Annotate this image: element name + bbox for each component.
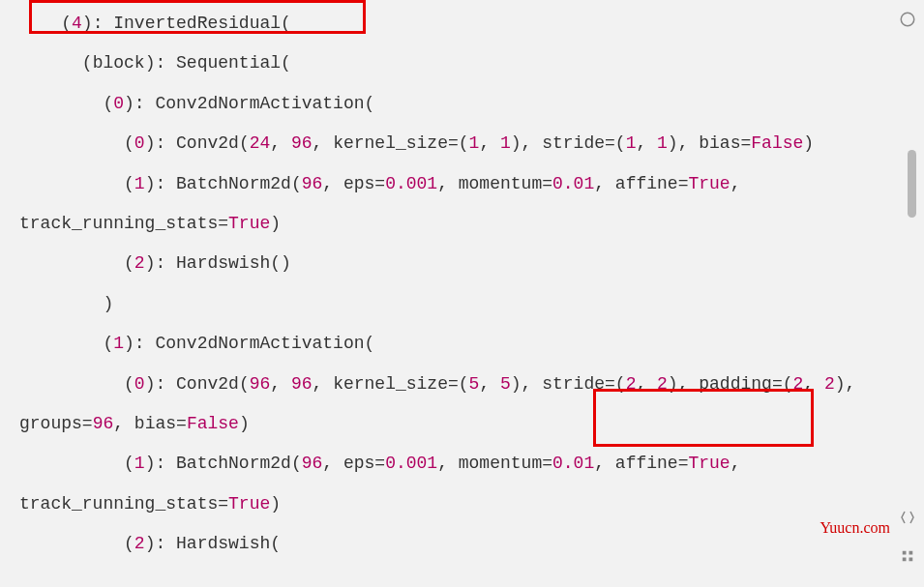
side-tool-icon[interactable] [899, 541, 916, 558]
num: 1 [657, 133, 668, 153]
param: groups [19, 414, 82, 433]
param: affine [615, 454, 678, 473]
class-name: Conv2dNormActivation [155, 94, 364, 113]
num: 0.001 [385, 174, 437, 193]
param: kernel_size [333, 374, 448, 394]
param: stride [542, 133, 605, 153]
num: 2 [793, 374, 804, 394]
num: 2 [657, 374, 668, 394]
bool: False [187, 414, 239, 433]
op-name: Conv2d [176, 374, 239, 394]
top-right-icon[interactable] [899, 4, 916, 21]
index-number: 0 [134, 133, 145, 153]
param: momentum [459, 454, 542, 473]
num: 96 [250, 374, 271, 394]
param: eps [343, 174, 374, 193]
code-block: (4): InvertedResidual( (block): Sequenti… [19, 4, 924, 564]
index-number: 0 [134, 374, 145, 394]
num: 0.01 [552, 454, 594, 473]
bool: False [751, 133, 803, 153]
scrollbar-thumb[interactable] [908, 150, 916, 218]
param: track_running_stats [19, 494, 218, 514]
num: 96 [291, 374, 313, 394]
param: stride [542, 374, 605, 394]
bool: True [688, 174, 730, 193]
bool: True [688, 454, 730, 473]
op-name: BatchNorm2d [176, 454, 291, 473]
param: momentum [459, 174, 542, 193]
svg-rect-4 [909, 558, 913, 562]
index-number: 2 [134, 534, 145, 553]
param: padding [699, 374, 772, 394]
watermark-text: Yuucn.com [820, 511, 890, 546]
svg-point-0 [901, 13, 914, 26]
bool: True [228, 214, 270, 233]
op-name: BatchNorm2d [176, 174, 291, 193]
op-name: Hardswish [176, 534, 270, 553]
bool: True [228, 494, 270, 514]
index-number: 0 [113, 94, 124, 113]
num: 5 [469, 374, 480, 394]
num: 96 [291, 133, 313, 153]
class-name: Sequential [176, 53, 281, 73]
num: 5 [500, 374, 511, 394]
op-name: Hardswish [176, 253, 270, 273]
num: 2 [824, 374, 835, 394]
svg-rect-1 [903, 551, 907, 555]
num: 96 [302, 174, 323, 193]
index-number: 1 [134, 174, 145, 193]
index-number: 1 [134, 454, 145, 473]
side-tool-icon[interactable] [899, 502, 916, 519]
num: 96 [93, 414, 114, 433]
num: 96 [302, 454, 323, 473]
index-number: 4 [72, 14, 82, 33]
num: 0.01 [552, 174, 594, 193]
class-name: Conv2dNormActivation [155, 334, 364, 353]
op-name: Conv2d [176, 133, 239, 153]
param: affine [615, 174, 678, 193]
param: bias [699, 133, 740, 153]
param: track_running_stats [19, 214, 218, 233]
param: eps [343, 454, 374, 473]
index-number: 1 [113, 334, 124, 353]
param: bias [134, 414, 176, 433]
svg-rect-3 [903, 558, 907, 562]
index-number: 2 [134, 253, 145, 273]
num: 1 [626, 133, 637, 153]
param: kernel_size [333, 133, 448, 153]
block-key: block [93, 53, 145, 73]
num: 1 [500, 133, 511, 153]
class-name: InvertedResidual [113, 14, 281, 33]
svg-rect-2 [909, 551, 913, 555]
num: 1 [469, 133, 480, 153]
num: 0.001 [385, 454, 437, 473]
paren: ) [103, 294, 113, 313]
num: 24 [250, 133, 271, 153]
num: 2 [626, 374, 637, 394]
